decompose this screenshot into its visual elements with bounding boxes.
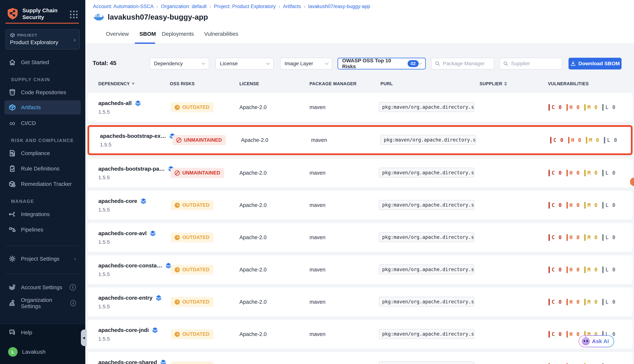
package-manager-search-input[interactable] [443, 61, 491, 66]
risk-badge: OUTDATED [171, 232, 213, 242]
table-row[interactable]: apacheds-core-entry 1.5.5 OUTDATED Apach… [88, 288, 632, 316]
sort-icon [504, 82, 507, 86]
sidebar-item-pipelines[interactable]: Pipelines [5, 224, 81, 236]
project-selector[interactable]: PROJECT Product Exploratory › [6, 29, 80, 50]
purl-cell: pkg:maven/org.apache.directory.s… [379, 200, 480, 210]
table-row[interactable]: apacheds-bootstrap-ex… 1.5.5 UNMAINTAINE… [88, 125, 632, 155]
layers-icon [140, 198, 147, 204]
purl-value[interactable]: pkg:maven/org.apache.directory.s… [379, 168, 474, 178]
module-grid-icon[interactable] [70, 11, 78, 19]
sidebar-item-code-repositories[interactable]: </> Code Repositories [5, 86, 81, 98]
dependency-name[interactable]: apacheds-bootstrap-pa… [98, 166, 165, 172]
document-search-icon [8, 149, 17, 158]
package-manager-cell: maven [309, 234, 379, 240]
breadcrumb-organization[interactable]: Organization: default [161, 4, 207, 9]
table-row[interactable]: apacheds-core-avl 1.5.5 OUTDATED Apache-… [88, 223, 632, 252]
breadcrumb-account[interactable]: Account: Automation-SSCA [93, 4, 154, 9]
purl-value[interactable]: pkg:maven/org.apache.directory.s… [379, 102, 474, 112]
tab-vulnerabilities[interactable]: Vulnerabilities [204, 31, 238, 37]
vulnerabilities-cell: C 0H 0M 0L 0 [548, 104, 632, 111]
sidebar-item-help[interactable]: ? Help [5, 326, 81, 338]
severity-count: L 0 [602, 170, 616, 176]
purl-value[interactable]: pkg:maven/org.apache.directory.s… [379, 200, 474, 210]
sidebar-item-get-started[interactable]: Get Started [5, 56, 81, 68]
sidebar-item-compliance[interactable]: Compliance [5, 147, 81, 159]
sidebar: Supply Chain Security PROJECT Product Ex… [0, 0, 85, 364]
table-row[interactable]: apacheds-all 1.5.5 OUTDATED Apache-2.0 m… [88, 93, 632, 122]
integrations-icon [8, 210, 17, 218]
sidebar-item-organization-settings[interactable]: Organization Settings i [5, 297, 81, 309]
purl-cell: pkg:maven/org.apache.directory.s… [379, 168, 480, 178]
dependency-name[interactable]: apacheds-core-avl [98, 230, 147, 236]
sidebar-collapse-handle[interactable]: ◀ [81, 330, 87, 346]
license-cell: Apache-2.0 [239, 170, 309, 176]
image-layer-filter-select[interactable]: Image Layer [280, 58, 333, 70]
app-root: Supply Chain Security PROJECT Product Ex… [0, 0, 634, 364]
sidebar-item-integrations[interactable]: Integrations [5, 208, 81, 220]
sidebar-item-account-settings[interactable]: Account Settings i [5, 282, 81, 293]
column-header-supplier[interactable]: SUPPLIER [480, 81, 507, 86]
org-chart-icon [8, 299, 17, 307]
purl-value[interactable]: pkg:maven/org.apache.directory.s… [379, 329, 474, 339]
table-row[interactable]: apacheds-bootstrap-pa… 1.5.5 UNMAINTAINE… [88, 158, 632, 187]
oss-risk-cell: OUTDATED [171, 200, 239, 210]
sidebar-divider [6, 246, 79, 246]
download-sbom-button[interactable]: Download SBOM [568, 58, 621, 70]
dependency-name[interactable]: apacheds-all [98, 100, 132, 106]
license-cell: Apache-2.0 [239, 104, 309, 110]
table-row[interactable]: apacheds-core 1.5.5 OUTDATED Apache-2.0 … [88, 191, 632, 220]
license-cell: Apache-2.0 [239, 267, 309, 273]
sidebar-item-remediation-tracker[interactable]: Remediation Tracker [5, 178, 81, 190]
tab-sbom[interactable]: SBOM [139, 31, 156, 37]
code-repository-icon: </> [8, 88, 17, 96]
brand-divider [6, 23, 79, 24]
table-row[interactable]: apacheds-core-shared 1.5.5 OUTDATED Apac… [88, 352, 632, 364]
owasp-risks-filter-select[interactable]: OWASP OSS Top 10 Risks 02 [338, 58, 426, 70]
dependency-name[interactable]: apacheds-core-entry [98, 295, 152, 301]
section-heading-risk-compliance: RISK AND COMPLIANCE [11, 138, 74, 143]
ai-robot-icon [582, 337, 590, 345]
page-title: lavakush07/easy-buggy-app [108, 13, 208, 22]
sidebar-item-artifacts[interactable]: Artifacts [5, 100, 81, 114]
dependency-name[interactable]: apacheds-core-jndi [98, 327, 149, 333]
dependency-filter-select[interactable]: Dependency [150, 58, 209, 70]
pipelines-icon [8, 226, 17, 234]
dependency-name[interactable]: apacheds-core-shared [98, 359, 157, 364]
dependency-version: 1.5.5 [98, 304, 171, 310]
column-header-dependency[interactable]: DEPENDENCY [98, 81, 135, 86]
table-row[interactable]: apacheds-core-consta… 1.5.5 OUTDATED Apa… [88, 255, 632, 284]
tab-deployments[interactable]: Deployments [162, 31, 194, 37]
breadcrumb-project[interactable]: Project: Product Exploratory [214, 4, 275, 9]
purl-cell: pkg:maven/org.apache.directory.s… [379, 329, 480, 340]
page-header: Account: Automation-SSCA› Organization: … [85, 0, 634, 44]
purl-value[interactable]: pkg:maven/org.apache.directory.s… [381, 135, 476, 145]
purl-value[interactable]: pkg:maven/org.apache.directory.s… [379, 361, 474, 364]
sidebar-item-project-settings[interactable]: Project Settings › [5, 253, 81, 265]
table-row[interactable]: apacheds-core-jndi 1.5.5 OUTDATED Apache… [88, 320, 632, 348]
section-heading-manage: MANAGE [11, 199, 34, 204]
sidebar-item-cicd[interactable]: ∞ CI/CD [5, 117, 81, 129]
dependency-name[interactable]: apacheds-core-consta… [98, 262, 162, 269]
severity-count: L 0 [602, 104, 616, 111]
breadcrumb-artifact-name[interactable]: lavakush07/easy-buggy-app [308, 4, 370, 9]
dependency-cell: apacheds-core 1.5.5 [88, 191, 171, 220]
severity-count: L 0 [602, 234, 616, 241]
purl-value[interactable]: pkg:maven/org.apache.directory.s… [379, 232, 474, 242]
search-icon [503, 61, 508, 66]
severity-count: C 0 [550, 137, 564, 144]
sidebar-item-rule-definitions[interactable]: Rule Definitions [5, 163, 81, 174]
severity-count: C 0 [548, 170, 562, 176]
ask-ai-button[interactable]: Ask AI [579, 335, 614, 347]
dependency-name[interactable]: apacheds-bootstrap-ex… [100, 133, 166, 139]
column-header-purl: PURL [381, 81, 393, 86]
purl-value[interactable]: pkg:maven/org.apache.directory.s… [379, 264, 474, 274]
license-filter-select[interactable]: License [216, 58, 274, 70]
supplier-search-input[interactable] [511, 61, 559, 66]
risk-badge: UNMAINTAINED [171, 168, 224, 178]
tab-overview[interactable]: Overview [106, 31, 129, 37]
purl-value[interactable]: pkg:maven/org.apache.directory.s… [379, 297, 474, 307]
breadcrumb-artifacts[interactable]: Artifacts [283, 4, 301, 9]
dependency-name[interactable]: apacheds-core [98, 198, 137, 204]
help-chat-icon: ? [8, 328, 17, 337]
user-menu[interactable]: L Lavakush [5, 346, 81, 358]
